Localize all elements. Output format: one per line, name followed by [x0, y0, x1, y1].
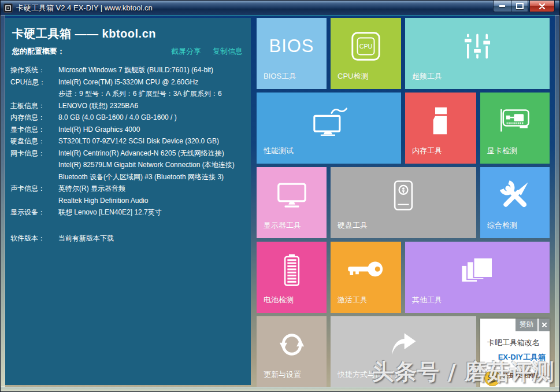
hard-drive-icon [391, 179, 416, 212]
window-frame-left [1, 15, 5, 387]
tile-label: 内存工具 [412, 146, 476, 156]
monitor-icon [275, 182, 309, 209]
popup-title: 卡吧工具箱改名 [487, 338, 545, 348]
wrench-screwdriver-icon [499, 179, 531, 212]
refresh-icon [277, 330, 307, 360]
bios-text-icon: BIOS [269, 36, 314, 57]
tile-overclock-tools[interactable]: 超频工具 [405, 18, 550, 89]
tile-disk-tools[interactable]: 硬盘工具 [331, 167, 476, 238]
popup-note: 还是原来的配方 [503, 372, 546, 380]
window-frame-bottom [1, 387, 559, 391]
tile-toolkit[interactable]: 综合检测 [480, 167, 550, 238]
tile-benchmark[interactable]: 性能测试 [257, 93, 401, 164]
maximize-button[interactable] [511, 1, 528, 12]
info-label: 主板信息： [5, 100, 58, 112]
screenshot-share-link[interactable]: 截屏分享 [171, 46, 201, 57]
info-label: 内存信息： [5, 112, 58, 124]
popup-close-button[interactable] [539, 319, 550, 331]
info-value: Intel(R) Centrino(R) Advanced-N 6205 (无线… [58, 147, 251, 160]
close-button[interactable] [529, 1, 555, 12]
minimize-icon [499, 5, 505, 7]
info-value: Intel(R) Core(TM) i5-3320M CPU @ 2.60GHz [58, 76, 251, 88]
tile-gpu-check[interactable]: 显卡检测 [480, 93, 550, 164]
info-row-version: 软件版本： 当前有新版本下载 [5, 232, 251, 245]
panel-title: 卡硬工具箱 —— kbtool.cn [5, 18, 251, 42]
tile-label: 超频工具 [412, 71, 550, 82]
tile-monitor-tools[interactable]: 显示器工具 [257, 167, 327, 238]
tile-shortcuts-portal[interactable]: 快捷方式与传送门 [331, 316, 476, 387]
app-window: 卡硬工具箱 V2.4 EX-DIY | www.kbtool.cn 卡硬工具箱 … [0, 0, 560, 392]
tile-label: 综合检测 [487, 220, 550, 231]
info-row-os: 操作系统： Microsoft Windows 7 旗舰版 (BUILD:760… [5, 64, 251, 76]
key-icon [346, 258, 385, 282]
info-label: 网卡信息： [5, 147, 58, 183]
graphics-card-icon [496, 106, 533, 136]
titlebar[interactable]: 卡硬工具箱 V2.4 EX-DIY | www.kbtool.cn [1, 1, 559, 16]
app-icon [3, 3, 13, 13]
info-row-memory: 内存信息： 8.0 GB (4.0 GB-1600 / 4.0 GB-1600 … [5, 112, 251, 124]
tile-label: 显卡检测 [487, 146, 550, 156]
tile-bios-tools[interactable]: BIOS BIOS工具 [257, 18, 327, 89]
info-value: Microsoft Windows 7 旗舰版 (BUILD:7601) (64… [58, 64, 251, 76]
popup-note-row: 还是原来的配方 [484, 369, 548, 387]
sponsor-button[interactable]: 赞助 [516, 319, 537, 331]
tile-battery-check[interactable]: 电池检测 [257, 242, 327, 313]
tile-cpu-check[interactable]: CPU CPU检测 [331, 18, 401, 89]
window-controls [493, 1, 555, 12]
tile-label: BIOS工具 [264, 71, 327, 82]
version-value[interactable]: 当前有新版本下载 [58, 232, 251, 245]
info-row-display: 显示设备： 联想 Lenovo [LEN40E2] 12.7英寸 [5, 206, 251, 219]
info-row-disk: 硬盘信息： ST320LT0 07-9ZV142 SCSI Disk Devic… [5, 135, 251, 147]
info-row-mainboard: 主板信息： LENOVO (联想) 2325BA6 [5, 100, 251, 112]
tile-activation-tools[interactable]: 激活工具 [331, 242, 401, 313]
info-value: Realtek High Definition Audio [58, 195, 251, 207]
stacked-windows-icon [459, 255, 495, 285]
smiley-icon [484, 369, 501, 387]
tile-label: 激活工具 [338, 295, 401, 305]
tile-other-tools[interactable]: 其他工具 [405, 242, 550, 313]
window-frame-right [555, 15, 559, 387]
panel-actions: 截屏分享 复制信息 [171, 46, 243, 57]
sliders-icon [462, 31, 493, 62]
svg-text:CPU: CPU [359, 43, 372, 50]
window-title: 卡硬工具箱 V2.4 EX-DIY | www.kbtool.cn [16, 3, 153, 13]
info-label: 软件版本： [5, 232, 58, 245]
info-value: Intel(R) HD Graphics 4000 [58, 124, 251, 136]
info-value: 8.0 GB (4.0 GB-1600 / 4.0 GB-1600 / ) [58, 112, 251, 124]
battery-icon [282, 253, 302, 287]
info-row-gpu: 显卡信息： Intel(R) HD Graphics 4000 [5, 124, 251, 136]
info-row-network: 网卡信息： Intel(R) Centrino(R) Advanced-N 62… [5, 147, 251, 183]
tile-label: 其他工具 [412, 295, 550, 305]
info-label: 显卡信息： [5, 124, 58, 136]
info-value: LENOVO (联想) 2325BA6 [58, 100, 251, 112]
copy-info-link[interactable]: 复制信息 [213, 46, 243, 57]
tile-label: 显示器工具 [264, 220, 327, 231]
tile-update-settings[interactable]: 更新与设置 [257, 316, 327, 387]
tile-memory-tools[interactable]: 内存工具 [405, 93, 476, 164]
tile-label: CPU检测 [338, 71, 401, 82]
info-label: 硬盘信息： [5, 135, 58, 147]
config-panel: 卡硬工具箱 —— kbtool.cn 您的配置概要： 截屏分享 复制信息 操作系… [5, 18, 251, 385]
info-value: 联想 Lenovo [LEN40E2] 12.7英寸 [58, 206, 251, 219]
system-info-list: 操作系统： Microsoft Windows 7 旗舰版 (BUILD:760… [5, 64, 251, 244]
tile-label: 更新与设置 [264, 369, 327, 380]
benchmark-monitor-icon [310, 105, 348, 136]
info-value: 步进：9 型号：A 系列：6 扩展型号：3A 扩展系列：6 [58, 88, 251, 100]
popup-link[interactable]: EX-DIY工具箱 [480, 352, 546, 363]
info-label: 显示设备： [5, 206, 58, 219]
tile-label: 性能测试 [264, 146, 401, 156]
info-label: 声卡信息： [5, 183, 58, 206]
minimize-button[interactable] [493, 1, 511, 12]
maximize-icon [516, 3, 524, 9]
tile-label: 电池检测 [264, 295, 327, 305]
tile-label: 硬盘工具 [338, 220, 476, 231]
tile-label: 快捷方式与传送门 [338, 369, 476, 380]
info-label: 操作系统： [5, 64, 58, 76]
config-summary-row: 您的配置概要： 截屏分享 复制信息 [5, 42, 251, 57]
cpu-chip-icon: CPU [349, 29, 383, 63]
memory-card-icon [427, 105, 455, 136]
info-value: ST320LT0 07-9ZV142 SCSI Disk Device (320… [58, 135, 251, 147]
info-label: CPU信息： [5, 76, 58, 100]
info-value: Intel(R) 82579LM Gigabit Network Connect… [58, 159, 251, 171]
info-value: 英特尔(R) 显示器音频 [58, 183, 251, 195]
